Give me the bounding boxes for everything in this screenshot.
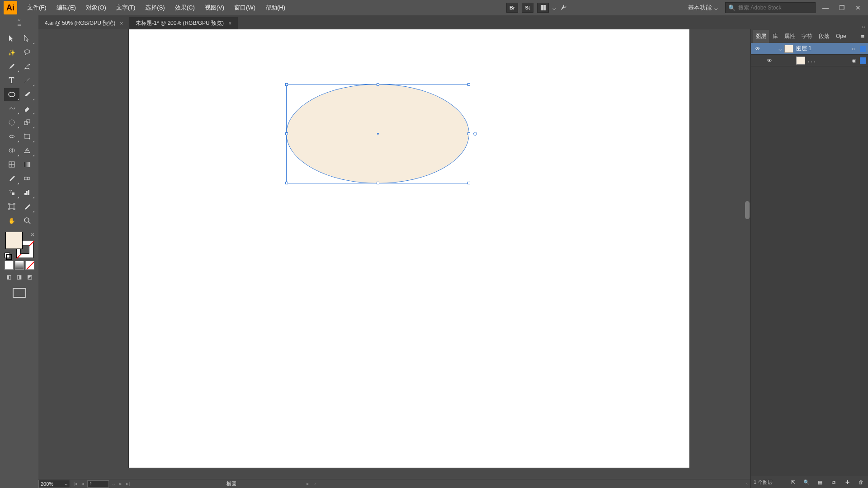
chevron-down-icon[interactable]: ⌵: [110, 481, 117, 487]
collapse-left-icon[interactable]: ‹‹═: [0, 15, 38, 29]
pen-tool[interactable]: [4, 60, 19, 73]
screen-mode-button[interactable]: [13, 288, 26, 298]
selection-indicator[interactable]: [860, 46, 866, 52]
search-input[interactable]: [738, 5, 812, 11]
menu-window[interactable]: 窗口(W): [230, 1, 260, 14]
menu-object[interactable]: 对象(O): [81, 1, 111, 14]
chevron-down-icon[interactable]: ⌵: [552, 5, 556, 11]
eraser-tool[interactable]: [19, 102, 35, 115]
type-tool[interactable]: T: [4, 74, 19, 87]
lasso-tool[interactable]: [19, 46, 35, 59]
rotate-handle[interactable]: [473, 132, 477, 136]
expand-layer-icon[interactable]: ⌵: [775, 46, 784, 52]
draw-normal-button[interactable]: ◧: [5, 272, 14, 282]
visibility-toggle-icon[interactable]: 👁: [751, 46, 764, 52]
sublayer-name[interactable]: . . .: [808, 57, 852, 64]
perspective-tool[interactable]: [19, 144, 35, 157]
target-icon[interactable]: ◉: [852, 57, 860, 64]
sublayer-row[interactable]: 👁 . . . ◉: [751, 55, 868, 66]
maximize-button[interactable]: ❐: [835, 3, 848, 12]
prev-artboard-button[interactable]: ◂: [79, 481, 86, 487]
curvature-tool[interactable]: [19, 60, 35, 73]
artboard-number-input[interactable]: 1: [87, 480, 109, 488]
layer-row[interactable]: 👁 ⌵ 图层 1 ○: [751, 43, 868, 55]
menu-view[interactable]: 视图(V): [200, 1, 229, 14]
ellipse-shape[interactable]: [286, 84, 469, 183]
clip-mask-icon[interactable]: ▦: [816, 479, 825, 485]
mesh-tool[interactable]: [4, 158, 19, 171]
artboard-tool[interactable]: [4, 200, 19, 213]
zoom-tool[interactable]: [19, 214, 35, 227]
delete-layer-icon[interactable]: 🗑: [856, 479, 865, 485]
panel-menu-icon[interactable]: ≡: [859, 31, 866, 42]
close-tab-icon[interactable]: ×: [120, 20, 123, 27]
visibility-toggle-icon[interactable]: 👁: [763, 57, 776, 64]
tab-opentype[interactable]: Ope: [833, 30, 849, 42]
stock-button[interactable]: St: [522, 3, 533, 13]
stock-search[interactable]: 🔍: [725, 2, 816, 13]
magic-wand-tool[interactable]: ✨: [4, 46, 19, 59]
default-fill-stroke-icon[interactable]: [5, 253, 10, 258]
direct-selection-tool[interactable]: [19, 32, 35, 45]
ellipse-tool[interactable]: [4, 88, 19, 101]
shape-builder-tool[interactable]: [4, 144, 19, 157]
width-tool[interactable]: [4, 130, 19, 143]
locate-object-icon[interactable]: 🔍: [802, 479, 811, 485]
gradient-mode-button[interactable]: [15, 261, 24, 270]
selection-indicator[interactable]: [860, 57, 866, 64]
none-mode-button[interactable]: [25, 261, 34, 270]
hand-tool[interactable]: ✋: [4, 214, 19, 227]
tab-layers[interactable]: 图层: [753, 30, 769, 43]
fill-stroke-control[interactable]: ⤭: [4, 232, 35, 258]
tab-paragraph[interactable]: 段落: [816, 30, 832, 43]
export-icon[interactable]: ⇱: [788, 479, 797, 485]
first-artboard-button[interactable]: |◂: [72, 481, 79, 487]
menu-help[interactable]: 帮助(H): [261, 1, 290, 14]
menu-effect[interactable]: 效果(C): [170, 1, 199, 14]
new-layer-icon[interactable]: ✚: [843, 479, 852, 485]
next-artboard-button[interactable]: ▸: [117, 481, 124, 487]
menu-edit[interactable]: 编辑(E): [52, 1, 80, 14]
paintbrush-tool[interactable]: [19, 88, 35, 101]
tab-properties[interactable]: 属性: [782, 30, 798, 43]
target-icon[interactable]: ○: [852, 46, 860, 52]
scroll-right-button[interactable]: ›: [743, 481, 750, 487]
fill-swatch[interactable]: [5, 232, 23, 249]
scale-tool[interactable]: [19, 116, 35, 129]
draw-inside-button[interactable]: ◩: [25, 272, 34, 282]
collapse-right-icon[interactable]: ››: [859, 21, 868, 29]
gpu-icon[interactable]: [560, 4, 569, 12]
menu-select[interactable]: 选择(S): [141, 1, 169, 14]
shaper-tool[interactable]: [4, 102, 19, 115]
line-tool[interactable]: [19, 74, 35, 87]
tab-character[interactable]: 字符: [799, 30, 815, 43]
workspace-switcher[interactable]: 基本功能⌵: [684, 2, 722, 14]
slice-tool[interactable]: [19, 200, 35, 213]
play-icon[interactable]: ▸: [304, 481, 311, 487]
close-button[interactable]: ✕: [852, 3, 864, 12]
tab-libraries[interactable]: 库: [770, 30, 781, 43]
bridge-button[interactable]: Br: [506, 3, 518, 13]
layer-name[interactable]: 图层 1: [796, 45, 852, 52]
swap-fill-stroke-icon[interactable]: ⤭: [30, 232, 34, 238]
zoom-level-select[interactable]: 200%⌵: [38, 480, 70, 488]
eyedropper-tool[interactable]: [4, 172, 19, 185]
gradient-tool[interactable]: [19, 158, 35, 171]
menu-type[interactable]: 文字(T): [112, 1, 140, 14]
color-mode-button[interactable]: [5, 261, 14, 270]
arrange-docs-button[interactable]: [537, 3, 549, 13]
document-view[interactable]: [38, 29, 750, 479]
free-transform-tool[interactable]: [19, 130, 35, 143]
draw-behind-button[interactable]: ◨: [15, 272, 24, 282]
doc-tab-2[interactable]: 未标题-1* @ 200% (RGB/GPU 预览)×: [129, 17, 238, 29]
close-tab-icon[interactable]: ×: [228, 20, 231, 27]
horizontal-scrollbar[interactable]: [321, 481, 741, 487]
last-artboard-button[interactable]: ▸|: [124, 481, 132, 487]
graph-tool[interactable]: [19, 186, 35, 199]
scroll-left-button[interactable]: ‹: [311, 481, 319, 487]
doc-tab-1[interactable]: 4.ai @ 50% (RGB/GPU 预览)×: [38, 17, 129, 29]
symbol-sprayer-tool[interactable]: [4, 186, 19, 199]
menu-file[interactable]: 文件(F): [23, 1, 51, 14]
rotate-tool[interactable]: [4, 116, 19, 129]
artboard[interactable]: [129, 29, 689, 468]
